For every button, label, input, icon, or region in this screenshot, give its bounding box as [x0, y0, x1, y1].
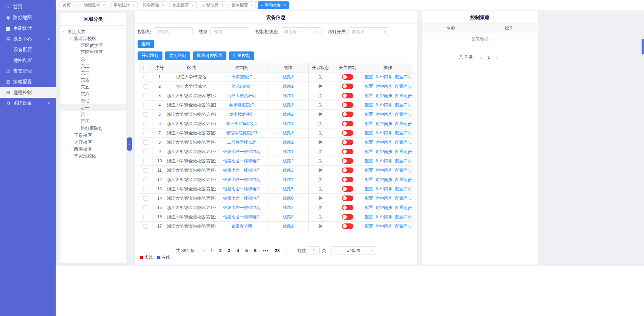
row-checkbox[interactable]: [143, 205, 148, 210]
row-checkbox[interactable]: [143, 224, 148, 229]
bulk-action-button[interactable]: 批量控制: [229, 51, 254, 60]
row-checkbox[interactable]: [143, 140, 148, 145]
tree-node[interactable]: 西区生活区: [60, 49, 126, 56]
sidebar-item[interactable]: ⚠ 告警管理: [0, 66, 56, 76]
cabinet-link[interactable]: 银泉七舍一楼强电间: [223, 159, 261, 163]
tree-node[interactable]: 东三: [60, 70, 126, 77]
cabinet-link[interactable]: 二号教学楼东北: [227, 140, 256, 145]
clock-sync-link[interactable]: 时钟同步: [376, 196, 392, 201]
cabinet-link[interactable]: 银泉食堂西: [232, 224, 252, 229]
config-sync-link[interactable]: 配置同步: [395, 121, 412, 126]
configure-link[interactable]: 配置: [365, 205, 373, 210]
row-checkbox[interactable]: [143, 112, 148, 117]
tree-node[interactable]: 之江校区: [60, 139, 126, 146]
select-all-checkbox[interactable]: [143, 66, 148, 70]
switch-toggle[interactable]: [342, 74, 353, 80]
page-number[interactable]: 2: [219, 248, 222, 253]
switch-toggle[interactable]: [342, 102, 353, 108]
tab[interactable]: ● 用能统计 ×: [110, 1, 138, 9]
row-checkbox[interactable]: [143, 122, 148, 126]
tree-node[interactable]: 东七: [60, 97, 126, 104]
configure-link[interactable]: 配置: [365, 84, 373, 89]
cabinet-link[interactable]: 幼儿园路灯: [232, 84, 252, 89]
line-input[interactable]: [211, 27, 249, 36]
caret-down-icon[interactable]: ▾: [63, 28, 67, 35]
clock-sync-link[interactable]: 时钟同步: [376, 121, 392, 126]
scrollbar-thumb[interactable]: [642, 39, 644, 55]
line-link[interactable]: 线路1: [283, 131, 293, 135]
cabinet-link[interactable]: 专家变路灯: [232, 75, 252, 79]
tree-node[interactable]: 玉泉校区: [60, 132, 126, 139]
cabinet-link[interactable]: 银泉七舍一楼强电间: [223, 186, 261, 191]
switch-toggle[interactable]: [342, 121, 353, 126]
tree-node[interactable]: 西区教学区: [60, 42, 126, 49]
configure-link[interactable]: 配置: [365, 75, 373, 79]
row-checkbox[interactable]: [143, 159, 148, 163]
page-number[interactable]: 5: [245, 248, 248, 253]
config-sync-link[interactable]: 配置同步: [395, 224, 412, 229]
configure-link[interactable]: 配置: [365, 214, 373, 219]
switch-toggle[interactable]: [342, 112, 353, 117]
config-sync-link[interactable]: 配置同步: [395, 214, 412, 219]
line-link[interactable]: 线路1: [283, 149, 293, 154]
tree-node[interactable]: 华家池校区: [60, 153, 126, 160]
line-link[interactable]: 线路4: [283, 177, 293, 182]
configure-link[interactable]: 配置: [365, 93, 373, 98]
switch-toggle[interactable]: [342, 84, 353, 89]
clock-sync-link[interactable]: 时钟同步: [376, 168, 392, 173]
configure-link[interactable]: 配置: [365, 186, 373, 191]
switch-toggle[interactable]: [342, 205, 353, 210]
page-number[interactable]: 1: [487, 55, 490, 60]
tab[interactable]: ● 手动控制 ×: [258, 1, 289, 9]
config-sync-link[interactable]: 配置同步: [395, 149, 412, 154]
sidebar-item[interactable]: ⌂ 首页: [0, 1, 56, 12]
config-sync-link[interactable]: 配置同步: [395, 112, 412, 117]
clock-sync-link[interactable]: 时钟同步: [376, 149, 392, 154]
cabinet-link[interactable]: 管理学院庭院灯2: [226, 121, 258, 126]
cabinet-link[interactable]: 纳米楼庭院灯: [230, 103, 254, 107]
page-size-select[interactable]: 17条/页 ∨: [331, 246, 376, 255]
close-icon[interactable]: ×: [221, 3, 223, 7]
tree-node[interactable]: 东五: [60, 84, 126, 90]
clock-sync-link[interactable]: 时钟同步: [376, 84, 392, 89]
close-icon[interactable]: ×: [73, 3, 75, 7]
configure-link[interactable]: 配置: [365, 149, 373, 154]
tree-node[interactable]: 东六: [60, 90, 126, 97]
config-sync-link[interactable]: 配置同步: [395, 93, 412, 98]
line-link[interactable]: 线路1: [283, 103, 293, 107]
close-icon[interactable]: ×: [284, 3, 286, 7]
switch-toggle[interactable]: [342, 167, 353, 173]
line-link[interactable]: 线路1: [283, 121, 293, 126]
cabinet-link[interactable]: 银泉七舍一楼强电间: [223, 214, 261, 219]
cabinet-link[interactable]: 银泉七舍一楼强电间: [223, 168, 261, 173]
tab[interactable]: ● 地图部署 ×: [169, 1, 197, 9]
caret-down-icon[interactable]: ▾: [69, 35, 74, 42]
sidebar-item[interactable]: ▤ 设备中心 ∧: [0, 33, 56, 44]
configure-link[interactable]: 配置: [365, 224, 373, 229]
switch-toggle[interactable]: [342, 130, 353, 136]
config-sync-link[interactable]: 配置同步: [395, 205, 412, 210]
row-checkbox[interactable]: [143, 215, 148, 219]
close-icon[interactable]: ×: [251, 3, 253, 7]
tree-node[interactable]: 西二: [60, 111, 126, 118]
config-sync-link[interactable]: 配置同步: [395, 84, 412, 89]
page-number[interactable]: 3: [228, 248, 230, 253]
switch-toggle[interactable]: [342, 149, 353, 154]
close-icon[interactable]: ×: [103, 3, 105, 7]
line-link[interactable]: 线路8: [283, 214, 293, 219]
line-link[interactable]: 线路1: [283, 75, 293, 79]
clock-sync-link[interactable]: 时钟同步: [376, 214, 392, 219]
page-number[interactable]: 6: [254, 248, 256, 253]
configure-link[interactable]: 配置: [365, 131, 373, 135]
bulk-action-button[interactable]: 批量时控配置: [193, 51, 226, 60]
configure-link[interactable]: 配置: [365, 112, 373, 117]
config-sync-link[interactable]: 配置同步: [395, 168, 412, 173]
tree-node[interactable]: 西一: [60, 104, 126, 111]
config-sync-link[interactable]: 配置同步: [395, 131, 412, 135]
cabinet-status-select[interactable]: 请选择 ∨: [281, 27, 321, 36]
clock-sync-link[interactable]: 时钟同步: [376, 112, 392, 117]
cabinet-link[interactable]: 海洋大楼高杆灯: [227, 93, 256, 98]
cabinet-input[interactable]: [154, 27, 193, 36]
tree-node[interactable]: ▾ 浙江大学: [60, 28, 126, 35]
row-checkbox[interactable]: [143, 103, 148, 107]
